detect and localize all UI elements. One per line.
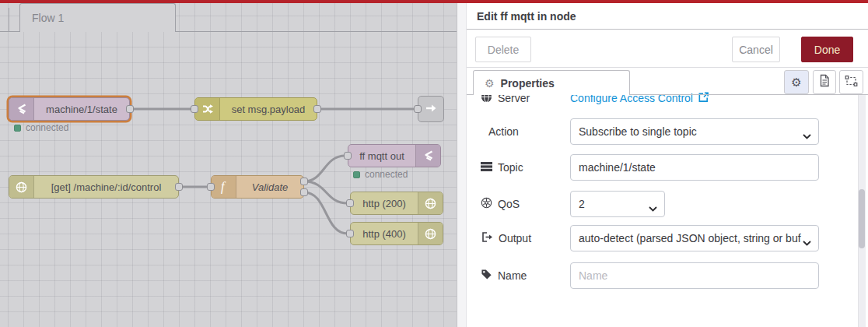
output-port[interactable] (126, 105, 134, 113)
wire[interactable] (304, 192, 348, 234)
svg-text:f: f (221, 180, 226, 194)
panel-title: Edit ff mqtt in node (477, 10, 576, 23)
input-port[interactable] (346, 230, 354, 237)
link-out-icon (424, 101, 438, 118)
output-port[interactable] (175, 183, 183, 191)
status-dot-icon (353, 171, 360, 178)
function-icon: f (212, 176, 236, 198)
input-port[interactable] (191, 105, 198, 113)
node-http-response-200[interactable]: http (200) (350, 192, 443, 215)
properties-view-button[interactable]: ⚙ (784, 70, 809, 94)
delete-button[interactable]: Delete (475, 37, 531, 62)
node-status: connected (353, 169, 408, 180)
chevron-down-icon (803, 236, 811, 248)
input-port[interactable] (344, 152, 352, 160)
gear-icon: ⚙ (485, 77, 495, 90)
node-label: http (200) (351, 192, 418, 214)
panel-scrollbar-thumb[interactable] (859, 189, 865, 248)
qos-icon (481, 197, 492, 211)
node-label: ff mqtt out (348, 145, 415, 167)
globe-icon (9, 176, 34, 198)
name-field-label: Name (481, 269, 570, 283)
mqtt-icon (9, 98, 34, 120)
appearance-view-button[interactable] (839, 70, 863, 94)
input-port[interactable] (207, 183, 215, 191)
tab-properties-label: Properties (501, 77, 555, 90)
chevron-down-icon (803, 129, 811, 142)
node-label: set msg.payload (220, 98, 317, 120)
shuffle-icon (195, 98, 220, 120)
globe-icon (418, 223, 443, 244)
tasks-icon (481, 161, 492, 174)
edit-node-panel: Edit ff mqtt in node Delete Cancel Done … (467, 3, 868, 327)
status-dot-icon (14, 125, 21, 132)
node-red-editor: Flow 1 machine/1/state connected (0, 0, 868, 327)
tag-icon (481, 269, 492, 283)
node-label: [get] /machine/:id/control (34, 176, 178, 198)
external-link-icon (698, 91, 709, 105)
sign-out-icon (481, 231, 493, 245)
node-http-in[interactable]: [get] /machine/:id/control (9, 175, 179, 199)
output-field-label: Output (481, 231, 570, 245)
wire[interactable] (304, 156, 345, 181)
panel-header: Edit ff mqtt in node (467, 3, 868, 30)
topic-input[interactable] (570, 154, 819, 181)
output-port-1[interactable] (300, 178, 308, 185)
topic-field-label: Topic (481, 161, 570, 174)
status-text: connected (26, 122, 68, 133)
node-http-response-400[interactable]: http (400) (350, 222, 443, 245)
qos-select[interactable]: 2 (570, 191, 665, 217)
output-port[interactable] (313, 105, 321, 113)
wire[interactable] (304, 181, 348, 203)
flow-canvas[interactable]: Flow 1 machine/1/state connected (0, 0, 457, 327)
node-mqtt-in[interactable]: machine/1/state (9, 97, 130, 121)
header-bottom-bar (0, 0, 868, 3)
node-label: http (400) (351, 223, 418, 244)
node-mqtt-out[interactable]: ff mqtt out (348, 144, 441, 167)
input-port[interactable] (346, 199, 354, 207)
node-link-out[interactable] (418, 96, 444, 122)
tray-resize-handle[interactable] (457, 3, 467, 327)
mqtt-icon (415, 145, 440, 167)
node-function[interactable]: f Validate (211, 175, 304, 199)
action-field-label: Action (481, 125, 570, 138)
node-change[interactable]: set msg.payload (194, 97, 317, 121)
node-label: Validate (236, 176, 303, 198)
chevron-down-icon (649, 202, 657, 214)
name-input[interactable] (570, 262, 819, 289)
node-status: connected (14, 122, 68, 133)
done-button[interactable]: Done (801, 37, 853, 62)
qos-field-label: QoS (481, 197, 570, 211)
globe-icon (418, 192, 443, 214)
cancel-button[interactable]: Cancel (732, 37, 780, 62)
gear-icon: ⚙ (791, 76, 801, 90)
output-port-2[interactable] (300, 188, 308, 196)
action-select[interactable]: Subscribe to single topic (570, 118, 819, 145)
status-text: connected (365, 169, 408, 180)
object-group-icon (845, 75, 858, 90)
description-view-button[interactable] (813, 70, 836, 94)
input-port[interactable] (414, 105, 422, 113)
output-select[interactable]: auto-detect (parsed JSON object, string … (570, 225, 819, 251)
tab-properties[interactable]: ⚙ Properties (473, 70, 630, 95)
toolbar-separator (467, 67, 868, 68)
node-label: machine/1/state (34, 98, 129, 120)
document-icon (818, 74, 831, 90)
